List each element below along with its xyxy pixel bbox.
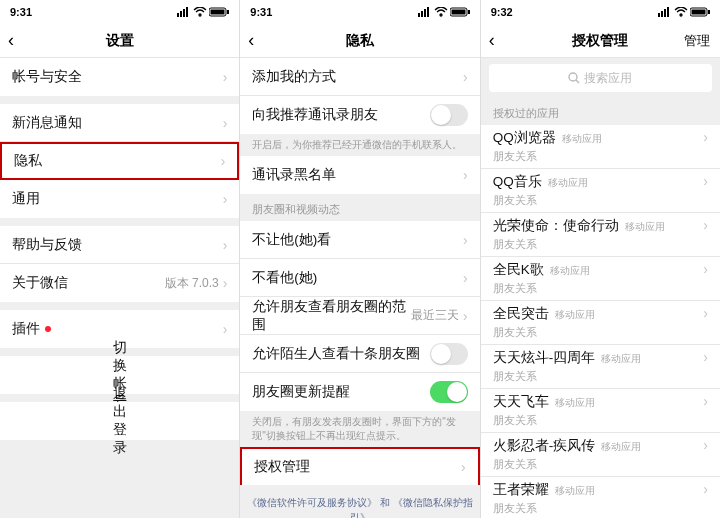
app-row[interactable]: 天天炫斗-四周年移动应用›朋友关系 — [481, 345, 720, 389]
app-name: 火影忍者-疾风传移动应用 — [493, 437, 704, 455]
back-icon[interactable]: ‹ — [248, 30, 254, 51]
app-tag: 移动应用 — [555, 485, 595, 496]
chevron-icon: › — [703, 129, 708, 147]
wifi-icon — [434, 7, 448, 17]
app-list: QQ浏览器移动应用›朋友关系QQ音乐移动应用›朋友关系光荣使命：使命行动移动应用… — [481, 125, 720, 518]
back-icon[interactable]: ‹ — [8, 30, 14, 51]
navbar: ‹ 设置 — [0, 24, 239, 58]
chevron-icon: › — [223, 115, 228, 131]
svg-rect-13 — [451, 10, 465, 15]
back-icon[interactable]: ‹ — [489, 30, 495, 51]
app-tag: 移动应用 — [548, 177, 588, 188]
status-bar: 9:31 — [240, 0, 479, 24]
policy-links[interactable]: 《微信软件许可及服务协议》 和 《微信隐私保护指引》 — [240, 485, 479, 518]
chevron-icon: › — [703, 437, 708, 455]
app-relation: 朋友关系 — [493, 325, 537, 340]
cell-logout[interactable]: 退出登录 — [0, 402, 239, 440]
app-tag: 移动应用 — [625, 221, 665, 232]
app-row[interactable]: 火影忍者-疾风传移动应用›朋友关系 — [481, 433, 720, 477]
label: 添加我的方式 — [252, 68, 463, 86]
app-tag: 移动应用 — [562, 133, 602, 144]
app-relation: 朋友关系 — [493, 149, 537, 164]
chevron-icon: › — [461, 459, 466, 475]
search-input[interactable]: 搜索应用 — [489, 64, 712, 92]
svg-rect-9 — [421, 11, 423, 17]
nav-action[interactable]: 管理 — [684, 32, 710, 50]
cell-recommend[interactable]: 向我推荐通讯录朋友 — [240, 96, 479, 134]
search-icon — [568, 72, 580, 84]
toggle-on[interactable] — [430, 381, 468, 403]
search-placeholder: 搜索应用 — [584, 70, 632, 87]
hint-update: 关闭后，有朋友发表朋友圈时，界面下方的"发现"切换按钮上不再出现红点提示。 — [240, 411, 479, 445]
app-tag: 移动应用 — [601, 353, 641, 364]
navbar: ‹ 授权管理 管理 — [481, 24, 720, 58]
svg-rect-17 — [664, 9, 666, 17]
chevron-icon: › — [703, 305, 708, 323]
label: 允许朋友查看朋友圈的范围 — [252, 298, 411, 334]
app-relation: 朋友关系 — [493, 237, 537, 252]
svg-point-22 — [569, 73, 577, 81]
app-row[interactable]: QQ音乐移动应用›朋友关系 — [481, 169, 720, 213]
app-relation: 朋友关系 — [493, 457, 537, 472]
chevron-icon: › — [703, 481, 708, 499]
cell-general[interactable]: 通用 › — [0, 180, 239, 218]
svg-rect-20 — [691, 10, 705, 15]
wifi-icon — [193, 7, 207, 17]
app-row[interactable]: 天天飞车移动应用›朋友关系 — [481, 389, 720, 433]
app-name: 天天炫斗-四周年移动应用 — [493, 349, 704, 367]
app-name: QQ音乐移动应用 — [493, 173, 704, 191]
cell-not-see[interactable]: 不看他(她) › — [240, 259, 479, 297]
svg-rect-1 — [180, 11, 182, 17]
svg-rect-0 — [177, 13, 179, 17]
label: 新消息通知 — [12, 114, 223, 132]
app-name: 全民K歌移动应用 — [493, 261, 704, 279]
chevron-icon: › — [703, 349, 708, 367]
cell-add-method[interactable]: 添加我的方式 › — [240, 58, 479, 96]
label: 允许陌生人查看十条朋友圈 — [252, 345, 429, 363]
chevron-icon: › — [223, 237, 228, 253]
chevron-icon: › — [223, 321, 228, 337]
battery-icon — [450, 7, 470, 17]
app-row[interactable]: 全民突击移动应用›朋友关系 — [481, 301, 720, 345]
label: 朋友圈更新提醒 — [252, 383, 429, 401]
cell-privacy[interactable]: 隐私 › — [0, 142, 239, 180]
app-name: 王者荣耀移动应用 — [493, 481, 704, 499]
navbar: ‹ 隐私 — [240, 24, 479, 58]
cell-blacklist[interactable]: 通讯录黑名单 › — [240, 156, 479, 194]
app-row[interactable]: 王者荣耀移动应用›朋友关系 — [481, 477, 720, 518]
status-icons — [658, 7, 710, 17]
toggle-off[interactable] — [430, 343, 468, 365]
svg-rect-8 — [418, 13, 420, 17]
app-relation: 朋友关系 — [493, 413, 537, 428]
status-time: 9:31 — [10, 6, 32, 18]
chevron-icon: › — [223, 69, 228, 85]
label: 帐号与安全 — [12, 68, 223, 86]
cell-auth[interactable]: 授权管理 › — [240, 447, 479, 485]
chevron-icon: › — [463, 270, 468, 286]
app-row[interactable]: QQ浏览器移动应用›朋友关系 — [481, 125, 720, 169]
cell-scope[interactable]: 允许朋友查看朋友圈的范围 最近三天 › — [240, 297, 479, 335]
app-row[interactable]: 全民K歌移动应用›朋友关系 — [481, 257, 720, 301]
chevron-icon: › — [463, 167, 468, 183]
value: 最近三天 — [411, 307, 459, 324]
svg-line-23 — [576, 80, 579, 83]
chevron-icon: › — [463, 308, 468, 324]
cell-account[interactable]: 帐号与安全 › — [0, 58, 239, 96]
cell-update[interactable]: 朋友圈更新提醒 — [240, 373, 479, 411]
cell-stranger[interactable]: 允许陌生人查看十条朋友圈 — [240, 335, 479, 373]
cell-help[interactable]: 帮助与反馈 › — [0, 226, 239, 264]
app-name: 全民突击移动应用 — [493, 305, 704, 323]
app-tag: 移动应用 — [555, 397, 595, 408]
app-tag: 移动应用 — [601, 441, 641, 452]
svg-rect-16 — [661, 11, 663, 17]
chevron-icon: › — [703, 217, 708, 235]
cell-about[interactable]: 关于微信 版本 7.0.3 › — [0, 264, 239, 302]
cell-notification[interactable]: 新消息通知 › — [0, 104, 239, 142]
app-name: 天天飞车移动应用 — [493, 393, 704, 411]
toggle-off[interactable] — [430, 104, 468, 126]
screen-settings: 9:31 ‹ 设置 帐号与安全 › 新消息通知 › — [0, 0, 240, 518]
label: 退出登录 — [113, 385, 127, 457]
app-row[interactable]: 光荣使命：使命行动移动应用›朋友关系 — [481, 213, 720, 257]
cell-block-see[interactable]: 不让他(她)看 › — [240, 221, 479, 259]
label: 关于微信 — [12, 274, 165, 292]
